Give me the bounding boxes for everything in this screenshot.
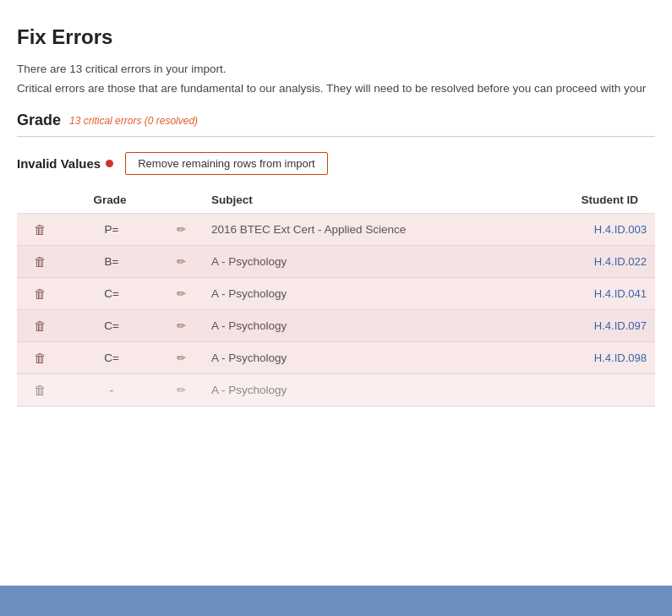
student-id-cell: H.4.ID.003 xyxy=(473,214,655,246)
remove-remaining-rows-button[interactable]: Remove remaining rows from import xyxy=(125,152,328,175)
description-2: Critical errors are those that are funda… xyxy=(17,82,655,95)
subject-cell: A - Psychology xyxy=(203,246,473,278)
edit-row-icon[interactable]: ✏ xyxy=(177,384,186,396)
grade-cell: 🗑 P= ✏ xyxy=(17,214,203,246)
grade-value: B= xyxy=(46,255,177,268)
invalid-values-label: Invalid Values xyxy=(17,156,113,171)
student-id-cell: H.4.ID.041 xyxy=(473,278,655,310)
subject-cell: A - Psychology xyxy=(203,342,473,374)
student-id-cell: H.4.ID.097 xyxy=(473,310,655,342)
table-row: 🗑 C= ✏ A - PsychologyH.4.ID.098 xyxy=(17,342,655,374)
delete-row-icon[interactable]: 🗑 xyxy=(34,254,46,269)
edit-row-icon[interactable]: ✏ xyxy=(177,319,186,332)
table-row: 🗑 - ✏ A - Psychology xyxy=(17,374,655,406)
error-table: Grade Subject Student ID 🗑 P= ✏ 2016 BTE… xyxy=(17,187,655,406)
edit-row-icon[interactable]: ✏ xyxy=(177,287,186,300)
error-indicator-dot xyxy=(106,160,113,167)
student-id-cell: H.4.ID.022 xyxy=(473,246,655,278)
page-title: Fix Errors xyxy=(17,25,655,49)
grade-value: P= xyxy=(46,223,177,236)
invalid-values-text: Invalid Values xyxy=(17,156,101,171)
table-row: 🗑 P= ✏ 2016 BTEC Ext Cert - Applied Scie… xyxy=(17,214,655,246)
subject-cell: A - Psychology xyxy=(203,374,473,406)
delete-row-icon[interactable]: 🗑 xyxy=(34,319,46,333)
grade-value: C= xyxy=(46,287,177,300)
delete-row-icon[interactable]: 🗑 xyxy=(34,351,46,365)
student-id-cell xyxy=(473,374,655,406)
subject-cell: A - Psychology xyxy=(203,310,473,342)
bottom-bar xyxy=(0,586,672,616)
col-header-subject: Subject xyxy=(203,187,473,214)
table-row: 🗑 C= ✏ A - PsychologyH.4.ID.097 xyxy=(17,310,655,342)
col-header-student-id: Student ID xyxy=(473,187,655,214)
edit-row-icon[interactable]: ✏ xyxy=(177,352,186,364)
student-id-cell: H.4.ID.098 xyxy=(473,342,655,374)
description-1: There are 13 critical errors in your imp… xyxy=(17,63,655,75)
section-title: Grade xyxy=(17,112,61,129)
edit-row-icon[interactable]: ✏ xyxy=(177,223,186,236)
table-row: 🗑 C= ✏ A - PsychologyH.4.ID.041 xyxy=(17,278,655,310)
subject-cell: 2016 BTEC Ext Cert - Applied Science xyxy=(203,214,473,246)
delete-row-icon[interactable]: 🗑 xyxy=(34,286,46,301)
page-container: Fix Errors There are 13 critical errors … xyxy=(0,0,672,616)
section-errors: 13 critical errors (0 resolved) xyxy=(69,115,198,127)
grade-value: C= xyxy=(46,319,177,332)
delete-row-icon[interactable]: 🗑 xyxy=(34,383,46,397)
table-row: 🗑 B= ✏ A - PsychologyH.4.ID.022 xyxy=(17,246,655,278)
col-header-grade: Grade xyxy=(17,187,203,214)
delete-row-icon[interactable]: 🗑 xyxy=(34,222,46,237)
grade-value: C= xyxy=(46,352,177,364)
grade-cell: 🗑 - ✏ xyxy=(17,374,203,406)
edit-row-icon[interactable]: ✏ xyxy=(177,255,186,268)
section-header: Grade 13 critical errors (0 resolved) xyxy=(17,112,655,137)
grade-cell: 🗑 B= ✏ xyxy=(17,246,203,278)
grade-cell: 🗑 C= ✏ xyxy=(17,342,203,374)
grade-cell: 🗑 C= ✏ xyxy=(17,278,203,310)
invalid-values-row: Invalid Values Remove remaining rows fro… xyxy=(17,152,655,175)
grade-value: - xyxy=(46,384,177,396)
table-header-row: Grade Subject Student ID xyxy=(17,187,655,214)
grade-cell: 🗑 C= ✏ xyxy=(17,310,203,342)
subject-cell: A - Psychology xyxy=(203,278,473,310)
